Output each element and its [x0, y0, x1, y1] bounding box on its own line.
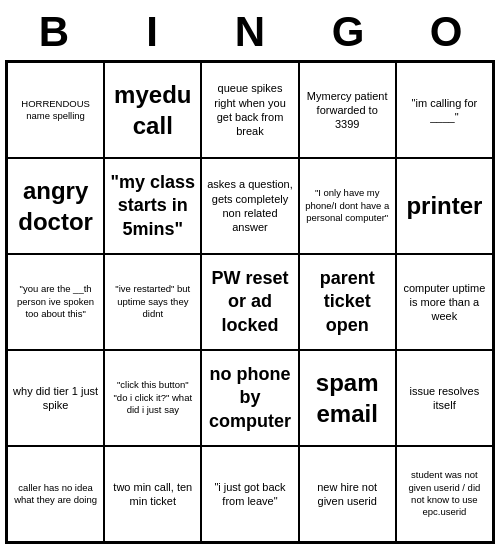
- bingo-cell-11: "ive restarted" but uptime says they did…: [104, 254, 201, 350]
- title-b: B: [9, 8, 99, 56]
- bingo-cell-14: computer uptime is more than a week: [396, 254, 493, 350]
- bingo-cell-17: no phone by computer: [201, 350, 298, 446]
- bingo-cell-20: caller has no idea what they are doing: [7, 446, 104, 542]
- title-i: I: [107, 8, 197, 56]
- bingo-cell-12: PW reset or ad locked: [201, 254, 298, 350]
- bingo-cell-2: queue spikes right when you get back fro…: [201, 62, 298, 158]
- bingo-title: B I N G O: [5, 0, 495, 60]
- bingo-cell-10: "you are the __th person ive spoken too …: [7, 254, 104, 350]
- bingo-cell-5: angry doctor: [7, 158, 104, 254]
- title-n: N: [205, 8, 295, 56]
- bingo-grid: HORRENDOUS name spellingmyedu callqueue …: [5, 60, 495, 544]
- bingo-cell-9: printer: [396, 158, 493, 254]
- bingo-cell-23: new hire not given userid: [299, 446, 396, 542]
- bingo-cell-4: "im calling for ____": [396, 62, 493, 158]
- bingo-cell-22: "i just got back from leave": [201, 446, 298, 542]
- bingo-cell-3: Mymercy patient forwarded to 3399: [299, 62, 396, 158]
- bingo-cell-16: "click this button" "do i click it?" wha…: [104, 350, 201, 446]
- bingo-cell-6: "my class starts in 5mins": [104, 158, 201, 254]
- bingo-cell-24: student was not given userid / did not k…: [396, 446, 493, 542]
- title-g: G: [303, 8, 393, 56]
- bingo-cell-1: myedu call: [104, 62, 201, 158]
- bingo-cell-18: spam email: [299, 350, 396, 446]
- bingo-cell-19: issue resolves itself: [396, 350, 493, 446]
- bingo-cell-15: why did tier 1 just spike: [7, 350, 104, 446]
- title-o: O: [401, 8, 491, 56]
- bingo-cell-0: HORRENDOUS name spelling: [7, 62, 104, 158]
- bingo-cell-7: askes a question, gets completely non re…: [201, 158, 298, 254]
- bingo-cell-13: parent ticket open: [299, 254, 396, 350]
- bingo-cell-21: two min call, ten min ticket: [104, 446, 201, 542]
- bingo-cell-8: "I only have my phone/I dont have a pers…: [299, 158, 396, 254]
